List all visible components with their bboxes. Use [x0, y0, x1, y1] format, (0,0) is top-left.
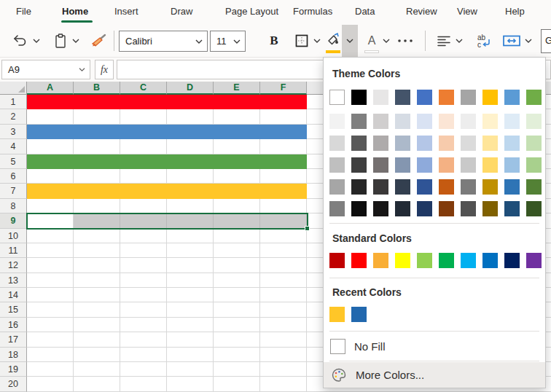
row-header-13[interactable]: 13 [0, 273, 27, 288]
cell-C11[interactable] [120, 243, 167, 258]
borders-dropdown-chevron[interactable] [311, 26, 323, 55]
theme-color-swatch[interactable] [504, 90, 520, 105]
cell-B13[interactable] [74, 273, 120, 288]
theme-color-swatch[interactable] [351, 136, 367, 151]
theme-color-swatch[interactable] [526, 136, 542, 151]
row-header-7[interactable]: 7 [0, 184, 27, 198]
row-header-19[interactable]: 19 [0, 362, 27, 377]
cell-B12[interactable] [74, 258, 120, 273]
theme-color-swatch[interactable] [395, 90, 410, 105]
cell-C10[interactable] [120, 229, 167, 243]
cell-F18[interactable] [260, 348, 307, 362]
bold-button[interactable]: B [267, 26, 281, 55]
standard-color-swatch[interactable] [395, 253, 410, 268]
cell-E9[interactable] [214, 213, 260, 228]
cell-A18[interactable] [27, 348, 74, 362]
theme-color-swatch[interactable] [461, 201, 476, 216]
cell-B2[interactable] [74, 109, 120, 124]
theme-color-swatch[interactable] [504, 157, 520, 173]
name-box[interactable]: A9 [1, 60, 90, 79]
cell-A14[interactable] [27, 288, 74, 302]
cell-A7[interactable] [27, 184, 74, 198]
more-colors-option[interactable]: More Colors... [324, 362, 545, 388]
cell-B7[interactable] [74, 184, 120, 198]
cell-B19[interactable] [74, 362, 120, 377]
cell-B11[interactable] [74, 243, 120, 258]
cell-B16[interactable] [74, 318, 120, 332]
cell-F8[interactable] [260, 199, 307, 213]
cell-C7[interactable] [120, 184, 167, 198]
standard-color-swatch[interactable] [329, 253, 345, 268]
cell-E1[interactable] [214, 95, 260, 109]
cell-C9[interactable] [120, 213, 167, 228]
cell-E17[interactable] [214, 332, 260, 347]
cell-D16[interactable] [167, 318, 214, 332]
column-header-C[interactable]: C [120, 82, 167, 95]
theme-color-swatch[interactable] [526, 157, 542, 173]
font-color-dropdown-chevron[interactable] [380, 26, 392, 55]
row-header-17[interactable]: 17 [0, 332, 27, 347]
standard-color-swatch[interactable] [482, 253, 498, 268]
tab-formulas[interactable]: Formulas [293, 6, 332, 17]
theme-color-swatch[interactable] [373, 90, 388, 105]
theme-color-swatch[interactable] [482, 114, 498, 129]
cell-D18[interactable] [167, 348, 214, 362]
theme-color-swatch[interactable] [395, 157, 410, 173]
insert-function-button[interactable]: fx [95, 60, 114, 79]
cell-C18[interactable] [120, 348, 167, 362]
standard-color-swatch[interactable] [526, 253, 542, 268]
select-all-corner[interactable] [0, 82, 27, 95]
cell-A2[interactable] [27, 109, 74, 124]
cell-C15[interactable] [120, 302, 167, 317]
row-header-2[interactable]: 2 [0, 109, 27, 124]
paste-button[interactable] [51, 26, 70, 55]
theme-color-swatch[interactable] [504, 136, 520, 151]
cell-F3[interactable] [260, 125, 307, 139]
row-header-9[interactable]: 9 [0, 213, 27, 228]
theme-color-swatch[interactable] [351, 114, 367, 129]
cell-C17[interactable] [120, 332, 167, 347]
row-header-1[interactable]: 1 [0, 95, 27, 109]
cell-C19[interactable] [120, 362, 167, 377]
theme-color-swatch[interactable] [461, 136, 476, 151]
cell-B9[interactable] [74, 213, 120, 228]
row-header-3[interactable]: 3 [0, 125, 27, 139]
tab-review[interactable]: Review [406, 6, 437, 17]
theme-color-swatch[interactable] [526, 114, 542, 129]
theme-color-swatch[interactable] [417, 136, 432, 151]
theme-color-swatch[interactable] [351, 201, 367, 216]
theme-color-swatch[interactable] [526, 90, 542, 105]
theme-color-swatch[interactable] [461, 179, 476, 195]
cell-D14[interactable] [167, 288, 214, 302]
theme-color-swatch[interactable] [439, 179, 454, 195]
theme-color-swatch[interactable] [373, 179, 388, 195]
cell-C2[interactable] [120, 109, 167, 124]
merge-dropdown-chevron[interactable] [523, 26, 534, 55]
column-header-F[interactable]: F [260, 82, 307, 95]
cell-A19[interactable] [27, 362, 74, 377]
column-header-B[interactable]: B [74, 82, 120, 95]
theme-color-swatch[interactable] [461, 90, 476, 105]
cell-F20[interactable] [260, 377, 307, 391]
theme-color-swatch[interactable] [461, 157, 476, 173]
row-header-4[interactable]: 4 [0, 139, 27, 154]
alignment-dropdown-chevron[interactable] [453, 26, 465, 55]
alignment-button[interactable] [434, 26, 453, 55]
cell-F13[interactable] [260, 273, 307, 288]
cell-D15[interactable] [167, 302, 214, 317]
cell-A5[interactable] [27, 154, 74, 169]
row-header-15[interactable]: 15 [0, 302, 27, 317]
theme-color-swatch[interactable] [417, 114, 432, 129]
cell-E12[interactable] [214, 258, 260, 273]
cell-F4[interactable] [260, 139, 307, 154]
cell-C5[interactable] [120, 154, 167, 169]
cell-D20[interactable] [167, 377, 214, 391]
cell-B5[interactable] [74, 154, 120, 169]
cell-E8[interactable] [214, 199, 260, 213]
cell-E2[interactable] [214, 109, 260, 124]
cell-D8[interactable] [167, 199, 214, 213]
cell-A4[interactable] [27, 139, 74, 154]
cell-F9[interactable] [260, 213, 307, 228]
format-painter-button[interactable] [89, 26, 109, 55]
font-name-combobox[interactable]: Calibri [119, 31, 208, 52]
